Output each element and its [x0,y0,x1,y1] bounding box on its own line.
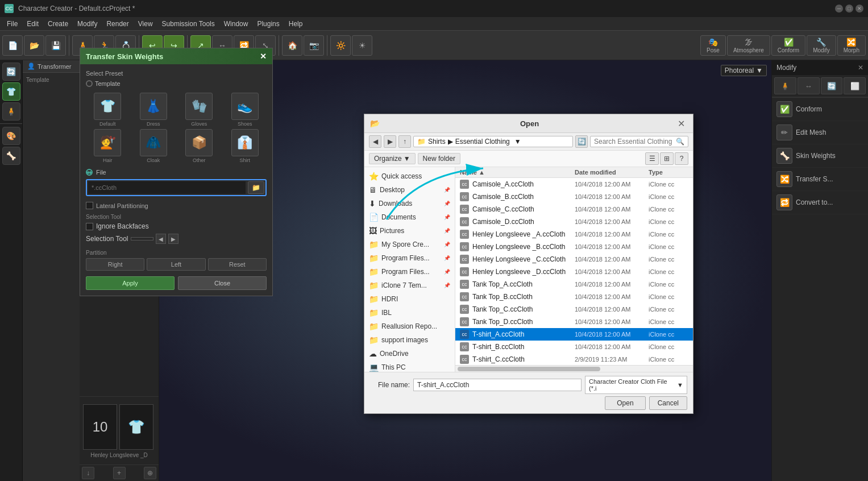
refresh-button[interactable]: 🔄 [575,135,588,148]
radio-template[interactable]: Template [86,80,121,87]
folder-my-spore[interactable]: 📁 My Spore Cre... 📌 [364,238,455,251]
folder-onedrive[interactable]: ☁ OneDrive [364,347,455,360]
menu-window[interactable]: Window [219,19,253,29]
file-tshirt-b[interactable]: cc T-shirt_B.ccCloth 10/4/2018 12:00 AM … [455,341,693,353]
selection-tool-inc[interactable]: ▶ [168,234,178,244]
sidebar-icon-skin[interactable]: 🎨 [2,127,20,145]
home-view-button[interactable]: 🏠 [282,35,302,56]
lateral-partitioning-checkbox[interactable] [86,202,93,209]
menu-edit[interactable]: Edit [22,19,43,29]
sidebar-icon-char[interactable]: 🧍 [2,102,20,121]
mod-icon-4[interactable]: ⬜ [844,77,866,94]
file-tanktop-a[interactable]: cc Tank Top_A.ccCloth 10/4/2018 12:00 AM… [455,278,693,291]
folder-pictures[interactable]: 🖼 Pictures 📌 [364,224,455,238]
template-cloak[interactable]: 🧥 Cloak [132,129,176,163]
render-mode-dropdown[interactable]: Photoreal ▼ [721,65,767,76]
sun-button[interactable]: ☀ [352,35,372,56]
template-other[interactable]: 📦 Other [177,129,221,163]
modify-toolbar-button[interactable]: 🔧 Modify [807,35,836,56]
file-radio[interactable]: File [86,169,267,176]
folder-this-pc[interactable]: 💻 This PC [364,360,455,372]
file-henley-c[interactable]: cc Henley Longsleeve _C.ccCloth 10/4/201… [455,253,693,266]
conform-action[interactable]: ✅ Conform [772,98,868,121]
view-list-button[interactable]: ☰ [645,152,659,165]
pose-button[interactable]: 🎭 Pose [700,35,726,56]
minimize-button[interactable]: ─ [835,5,843,13]
atmosphere-button[interactable]: 🌫 Atmosphere [727,35,770,56]
help-button[interactable]: ? [675,152,688,165]
folder-ibl[interactable]: 📁 IBL [364,306,455,320]
filename-input[interactable] [413,379,582,391]
partition-right-button[interactable]: Right [86,258,144,271]
folder-quick-access[interactable]: ⭐ Quick access [364,169,455,183]
folder-hdri[interactable]: 📁 HDRI [364,292,455,306]
menu-render[interactable]: Render [102,19,133,29]
col-name-header[interactable]: Name ▲ [460,169,575,176]
modify-close-button[interactable]: ✕ [858,64,863,72]
folder-reallusion[interactable]: 📁 Reallusion Repo... [364,320,455,333]
folder-desktop[interactable]: 🖥 Desktop 📌 [364,183,455,197]
conform-toolbar-button[interactable]: ✅ Conform [771,35,805,56]
file-browse-button[interactable]: 📁 [248,181,264,194]
file-tshirt-a[interactable]: cc T-shirt_A.ccCloth 10/4/2018 12:00 AM … [455,328,693,341]
new-button[interactable]: 📄 [2,35,23,56]
partition-left-button[interactable]: Left [147,258,205,271]
sidebar-icon-transform[interactable]: 🔄 [2,63,20,81]
open-button[interactable]: 📂 [24,35,44,56]
partition-reset-button[interactable]: Reset [208,258,267,271]
tsw-close-bottom-button[interactable]: Close [178,276,267,290]
selection-tool-dec[interactable]: ◀ [156,234,166,244]
col-type-header[interactable]: Type [649,169,688,176]
mod-icon-1[interactable]: 🧍 [774,77,796,94]
edit-mesh-action[interactable]: ✏ Edit Mesh [772,121,868,144]
file-tanktop-d[interactable]: cc Tank Top_D.ccCloth 10/4/2018 12:00 AM… [455,316,693,328]
up-button[interactable]: ↑ [398,135,411,148]
convert-action[interactable]: 🔁 Convert to... [772,191,868,214]
menu-file[interactable]: File [2,19,22,29]
back-button[interactable]: ◀ [369,135,381,148]
organize-button[interactable]: Organize ▼ [369,153,416,164]
horizontal-scrollbar[interactable] [455,365,693,372]
file-camisole-b[interactable]: cc Camisole_B.ccCloth 10/4/2018 12:00 AM… [455,190,693,203]
file-tanktop-c[interactable]: cc Tank Top_C.ccCloth 10/4/2018 12:00 AM… [455,303,693,316]
folder-support-images[interactable]: 📁 support images [364,333,455,347]
mod-icon-2[interactable]: ↔ [798,77,820,94]
template-hair[interactable]: 💇 Hair [86,129,130,163]
skin-weights-action[interactable]: 🦴 Skin Weights [772,144,868,168]
apply-button[interactable]: Apply [86,276,175,290]
template-dress[interactable]: 👗 Dress [132,93,176,127]
template-gloves[interactable]: 🧤 Gloves [177,93,221,127]
ignore-backfaces-checkbox[interactable] [86,223,93,230]
search-input[interactable] [594,138,674,146]
new-folder-button[interactable]: New folder [418,153,460,164]
view-details-button[interactable]: ⊞ [660,152,674,165]
file-tanktop-b[interactable]: cc Tank Top_B.ccCloth 10/4/2018 12:00 AM… [455,291,693,303]
folder-program-files-2[interactable]: 📁 Program Files... 📌 [364,265,455,279]
cp-add-button[interactable]: + [113,467,126,479]
menu-view[interactable]: View [134,19,157,29]
menu-modify[interactable]: Modify [73,19,102,29]
file-camisole-a[interactable]: cc Camisole_A.ccCloth 10/4/2018 12:00 AM… [455,178,693,190]
template-shirt[interactable]: 👔 Shirt [223,129,267,163]
morph-toolbar-button[interactable]: 🔀 Morph [837,35,866,56]
file-input[interactable] [88,181,246,194]
open-button-dialog[interactable]: Open [605,396,645,410]
cp-extra-button[interactable]: ⊕ [144,467,156,479]
file-tshirt-c[interactable]: cc T-shirt_C.ccCloth 2/9/2019 11:23 AM i… [455,353,693,365]
file-camisole-c[interactable]: cc Camisole_C.ccCloth 10/4/2018 12:00 AM… [455,203,693,215]
template-shoes[interactable]: 👟 Shoes [223,93,267,127]
menu-plugins[interactable]: Plugins [252,19,284,29]
cp-scroll-down-button[interactable]: ↓ [82,467,94,479]
camera-button[interactable]: 📷 [304,35,324,56]
menu-submission[interactable]: Submission Tools [157,19,219,29]
file-camisole-d[interactable]: cc Camisole_D.ccCloth 10/4/2018 12:00 AM… [455,215,693,228]
sidebar-icon-cloth[interactable]: 👕 [2,82,20,101]
menu-help[interactable]: Help [284,19,308,29]
col-date-header[interactable]: Date modified [575,169,649,176]
template-default[interactable]: 👕 Default [86,93,130,127]
file-henley-b[interactable]: cc Henley Longsleeve _B.ccCloth 10/4/201… [455,240,693,253]
selection-tool-input[interactable] [131,237,153,240]
folder-downloads[interactable]: ⬇ Downloads 📌 [364,197,455,210]
folder-program-files-1[interactable]: 📁 Program Files... 📌 [364,251,455,265]
cancel-button-dialog[interactable]: Cancel [649,396,687,410]
